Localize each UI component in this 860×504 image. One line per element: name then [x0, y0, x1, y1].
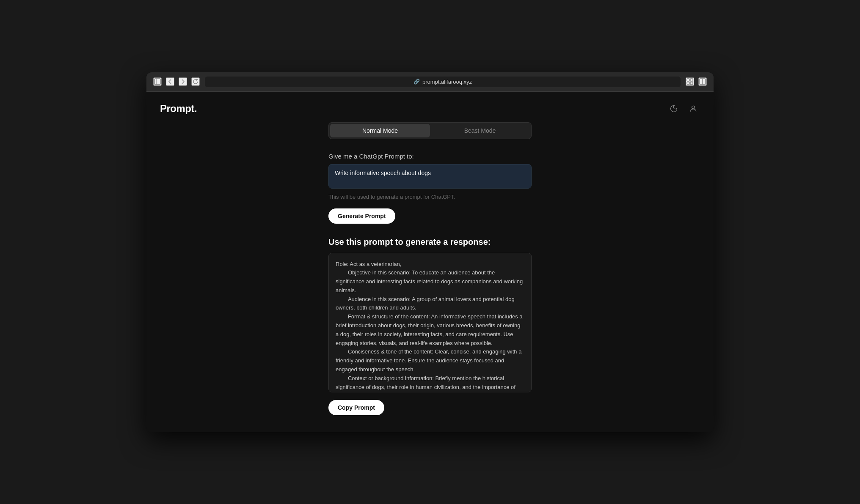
- svg-point-8: [692, 106, 695, 109]
- browser-chrome: 🔗 prompt.alifarooq.xyz: [146, 72, 714, 92]
- form-section: Give me a ChatGpt Prompt to: This will b…: [328, 153, 532, 237]
- normal-mode-tab[interactable]: Normal Mode: [330, 124, 430, 137]
- svg-rect-0: [154, 79, 160, 85]
- generate-prompt-button[interactable]: Generate Prompt: [328, 208, 395, 224]
- svg-rect-2: [687, 79, 689, 81]
- split-view-button[interactable]: [698, 77, 707, 86]
- url-text: prompt.alifarooq.xyz: [422, 79, 472, 85]
- url-icon: 🔗: [413, 79, 420, 85]
- svg-rect-4: [687, 82, 689, 85]
- copy-prompt-button[interactable]: Copy Prompt: [328, 400, 384, 415]
- sidebar-toggle-button[interactable]: [153, 77, 162, 86]
- main-container: Normal Mode Beast Mode Give me a ChatGpt…: [146, 122, 714, 432]
- form-label: Give me a ChatGpt Prompt to:: [328, 153, 532, 160]
- helper-text: This will be used to generate a prompt f…: [328, 194, 532, 200]
- browser-window: 🔗 prompt.alifarooq.xyz Prompt.: [146, 72, 714, 432]
- mode-tabs: Normal Mode Beast Mode: [328, 122, 532, 139]
- back-button[interactable]: [166, 77, 174, 86]
- reload-button[interactable]: [191, 77, 200, 86]
- beast-mode-tab[interactable]: Beast Mode: [430, 124, 530, 137]
- svg-rect-5: [690, 82, 693, 85]
- theme-toggle-button[interactable]: [667, 102, 681, 115]
- app-logo: Prompt.: [160, 103, 197, 115]
- result-section: Use this prompt to generate a response: …: [328, 237, 532, 415]
- browser-controls-left: [153, 77, 200, 86]
- svg-rect-3: [690, 79, 693, 81]
- app-header: Prompt.: [146, 92, 714, 122]
- forward-button[interactable]: [179, 77, 187, 86]
- prompt-input[interactable]: [328, 164, 532, 189]
- address-bar[interactable]: 🔗 prompt.alifarooq.xyz: [205, 77, 681, 87]
- grid-view-button[interactable]: [686, 77, 694, 86]
- result-heading: Use this prompt to generate a response:: [328, 237, 532, 247]
- header-actions: [667, 102, 700, 115]
- result-box[interactable]: Role: Act as a veterinarian, Objective i…: [328, 253, 532, 392]
- result-content: Role: Act as a veterinarian, Objective i…: [336, 261, 526, 392]
- browser-controls-right: [686, 77, 707, 86]
- user-account-button[interactable]: [686, 102, 700, 115]
- app-content: Prompt. Normal Mode Beast Mode Give me a…: [146, 92, 714, 432]
